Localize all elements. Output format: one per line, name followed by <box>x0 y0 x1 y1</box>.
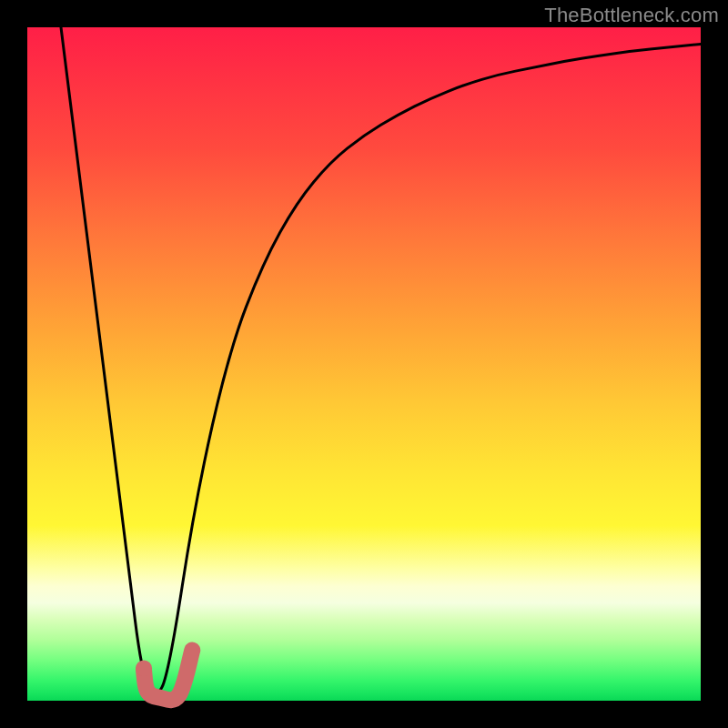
plot-area <box>27 27 701 701</box>
curve-layer <box>27 27 701 701</box>
bottleneck-curve <box>61 27 701 694</box>
j-marker-icon <box>144 651 192 701</box>
j-marker-dot-icon <box>136 660 152 676</box>
watermark-label: TheBottleneck.com <box>544 4 719 27</box>
chart-frame: TheBottleneck.com <box>0 0 728 728</box>
